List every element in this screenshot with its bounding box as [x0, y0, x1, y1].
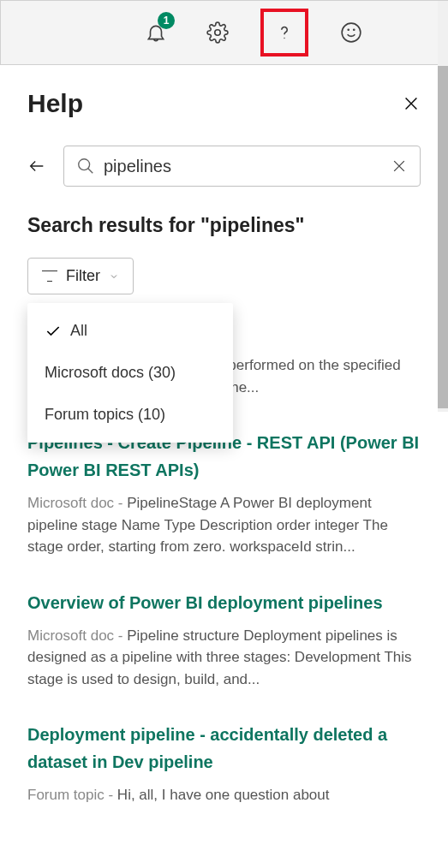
filter-icon	[42, 271, 57, 282]
filter-option-label: All	[70, 322, 87, 340]
feedback-button[interactable]	[332, 14, 370, 51]
result-source: Microsoft doc -	[27, 495, 127, 511]
filter-option-label: Microsoft docs (30)	[45, 364, 176, 382]
result-item: Pipelines - Create Pipeline - REST API (…	[27, 429, 421, 558]
search-icon	[76, 157, 95, 175]
clear-search-button[interactable]	[391, 158, 408, 175]
gear-icon	[206, 21, 229, 44]
close-button[interactable]	[402, 94, 421, 113]
top-toolbar: 1	[0, 0, 448, 65]
scrollbar[interactable]	[438, 1, 448, 412]
result-source: Forum topic -	[27, 787, 117, 803]
result-source: Microsoft doc -	[27, 627, 127, 644]
filter-option-docs[interactable]: Microsoft docs (30)	[27, 352, 233, 394]
help-title: Help	[27, 89, 83, 118]
svg-point-0	[215, 30, 221, 36]
filter-dropdown: All Microsoft docs (30) Forum topics (10…	[27, 303, 233, 443]
search-row	[27, 146, 421, 187]
filter-option-forum[interactable]: Forum topics (10)	[27, 394, 233, 436]
smiley-icon	[340, 21, 362, 44]
help-header: Help	[27, 89, 421, 118]
result-item: Overview of Power BI deployment pipeline…	[27, 589, 421, 691]
result-snippet: Forum topic - Hi, all, I have one questi…	[27, 784, 421, 806]
filter-label: Filter	[66, 267, 100, 285]
notification-badge: 1	[158, 12, 175, 29]
svg-point-4	[354, 29, 355, 30]
svg-point-2	[342, 23, 361, 42]
chevron-down-icon	[109, 271, 119, 282]
notifications-button[interactable]: 1	[137, 14, 175, 51]
result-link[interactable]: Overview of Power BI deployment pipeline…	[27, 589, 421, 616]
settings-button[interactable]	[199, 14, 236, 51]
search-input[interactable]	[104, 157, 382, 176]
result-snippet: Microsoft doc - Pipeline structure Deplo…	[27, 625, 421, 691]
filter-option-all[interactable]: All	[27, 310, 233, 352]
filter-option-label: Forum topics (10)	[45, 406, 165, 424]
check-icon	[45, 323, 62, 340]
svg-point-5	[79, 159, 90, 170]
svg-point-1	[284, 38, 284, 39]
back-button[interactable]	[27, 157, 46, 175]
search-box[interactable]	[63, 146, 421, 187]
result-snippet: Microsoft doc - PipelineStage A Power BI…	[27, 492, 421, 558]
help-panel: Help Search results for "pipelines" Filt…	[0, 65, 448, 861]
help-button[interactable]	[260, 9, 308, 56]
filter-button[interactable]: Filter	[27, 258, 134, 294]
scrollbar-thumb[interactable]	[438, 66, 448, 408]
results-heading: Search results for "pipelines"	[27, 214, 421, 237]
question-icon	[273, 21, 296, 44]
result-link[interactable]: Deployment pipeline - accidentally delet…	[27, 721, 421, 776]
result-item: Deployment pipeline - accidentally delet…	[27, 721, 421, 806]
svg-point-3	[348, 29, 349, 30]
